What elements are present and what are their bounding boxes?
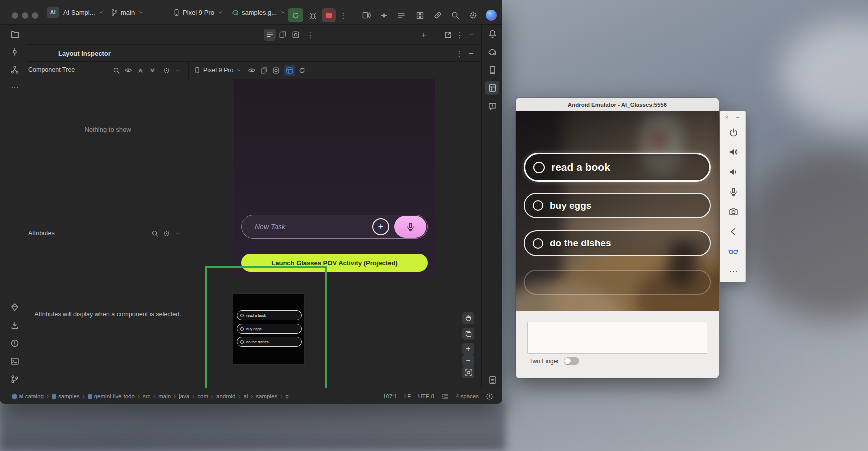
zoom-in-button[interactable]: + (462, 343, 474, 355)
glasses-mode-button[interactable] (726, 244, 741, 259)
gem-tool-button[interactable] (8, 300, 22, 314)
problems-indicator-icon[interactable] (486, 393, 493, 400)
camera-button[interactable] (726, 204, 741, 220)
voice-input-button[interactable] (394, 216, 426, 238)
toolbar-close-icon[interactable]: × (723, 114, 730, 121)
cursor-position[interactable]: 107:1 (383, 394, 397, 400)
layout-inspector-tool-button[interactable] (485, 81, 499, 95)
live-updates-icon[interactable] (284, 65, 295, 76)
pan-hand-icon[interactable] (462, 312, 474, 324)
notifications-bell-icon[interactable] (485, 27, 499, 41)
terminal-tool-button[interactable] (8, 354, 22, 368)
add-device-button[interactable]: + (419, 29, 429, 41)
screenshot-icon[interactable] (271, 66, 281, 76)
tree-settings-gear-icon[interactable] (161, 66, 171, 76)
breadcrumb-item[interactable]: android (216, 394, 235, 400)
two-finger-toggle[interactable] (564, 358, 579, 365)
rerun-button[interactable] (288, 8, 303, 22)
gemini-sparkle-icon[interactable] (378, 10, 389, 21)
attach-debugger-icon[interactable] (432, 10, 443, 21)
inspector-device-selector[interactable]: Pixel 9 Pro (194, 65, 242, 76)
layers-icon[interactable] (462, 328, 474, 340)
profile-avatar[interactable] (486, 10, 497, 21)
inspector-hide-button[interactable]: − (466, 48, 476, 60)
problems-tool-button[interactable] (8, 336, 22, 350)
device-mirroring-icon[interactable] (361, 10, 372, 21)
window-minimize-button[interactable] (22, 12, 28, 19)
snapshot-compare-icon[interactable] (259, 66, 269, 76)
indent-guide-icon[interactable] (441, 393, 449, 400)
toolbar-minimize-icon[interactable]: − (734, 114, 741, 121)
add-task-button[interactable]: + (372, 218, 389, 236)
device-view-icon[interactable] (290, 29, 302, 41)
volume-up-button[interactable] (726, 144, 741, 160)
back-button[interactable] (726, 224, 741, 240)
run-more-menu[interactable]: ⋮ (338, 8, 349, 22)
file-encoding[interactable]: UTF-8 (418, 394, 434, 400)
version-control-tool-button[interactable] (8, 372, 22, 386)
search-everywhere-icon[interactable] (450, 10, 461, 21)
device-explorer-tool-button[interactable] (485, 373, 499, 387)
toggle-overlay-eye-icon[interactable] (247, 66, 257, 76)
attributes-hide-button[interactable]: − (173, 228, 183, 240)
editor-more-menu[interactable]: ⋮ (305, 29, 315, 41)
dependencies-tool-button[interactable] (8, 318, 22, 332)
collapse-all-icon[interactable] (147, 66, 157, 76)
power-button[interactable] (726, 125, 741, 140)
open-in-new-window-icon[interactable] (442, 30, 453, 40)
project-tool-button[interactable] (8, 28, 22, 42)
run-configuration-selector[interactable]: samples.g... (232, 6, 286, 18)
attributes-search-icon[interactable] (150, 228, 160, 238)
more-options-button[interactable]: ⋯ (726, 264, 741, 279)
breadcrumb-item[interactable]: g (285, 394, 288, 400)
hide-panel-button[interactable]: − (466, 29, 476, 41)
breadcrumb-item[interactable]: samples (52, 394, 80, 400)
device-selector[interactable]: Pixel 9 Pro (173, 6, 223, 18)
app-inspection-icon[interactable] (414, 10, 425, 21)
new-task-field[interactable]: New Task + (241, 215, 428, 239)
gradle-tool-button[interactable] (485, 45, 499, 59)
app-insights-tool-button[interactable] (485, 100, 499, 114)
tree-visibility-icon[interactable] (123, 66, 133, 76)
breadcrumb-item[interactable]: ai (243, 394, 248, 400)
device-manager-tool-button[interactable] (485, 63, 499, 77)
todo-pill[interactable]: do the dishes (524, 230, 711, 256)
split-view-icon[interactable] (277, 29, 289, 41)
window-close-button[interactable] (12, 12, 18, 19)
branch-selector[interactable]: main (111, 6, 144, 18)
more-tool-windows-button[interactable]: ⋯ (8, 81, 22, 95)
project-selector[interactable]: AI AI Sampl... (47, 6, 104, 18)
emulator-input-area[interactable] (527, 322, 707, 354)
indent-size[interactable]: 4 spaces (456, 394, 479, 400)
emulator-titlebar[interactable]: Android Emulator - AI_Glasses:5556 (516, 98, 719, 112)
inspector-more-menu[interactable]: ⋮ (454, 48, 464, 60)
microphone-button[interactable] (726, 184, 741, 200)
breadcrumb-item[interactable]: java (179, 394, 189, 400)
tree-search-icon[interactable] (111, 66, 121, 76)
window-zoom-button[interactable] (32, 12, 38, 19)
todo-pill-selected[interactable]: read a book (524, 153, 711, 182)
devices-more-menu[interactable]: ⋮ (455, 29, 465, 41)
debug-button[interactable] (306, 8, 320, 22)
settings-gear-icon[interactable] (468, 10, 479, 21)
line-ending[interactable]: LF (404, 394, 411, 400)
zoom-out-button[interactable]: − (462, 355, 474, 367)
todo-pill[interactable]: buy eggs (524, 193, 711, 218)
attributes-gear-icon[interactable] (161, 228, 171, 238)
expand-all-icon[interactable] (135, 66, 145, 76)
breadcrumb-item[interactable]: ai-catalog (12, 394, 44, 400)
stop-button[interactable] (322, 8, 336, 22)
logcat-icon[interactable] (396, 10, 407, 21)
zoom-to-fit-icon[interactable] (462, 366, 474, 378)
commit-tool-button[interactable] (8, 45, 22, 59)
refresh-icon[interactable] (297, 66, 307, 76)
breadcrumb-item[interactable]: gemini-live-todo (88, 394, 135, 400)
breadcrumb-item[interactable]: src (143, 394, 150, 400)
volume-down-button[interactable] (726, 164, 741, 180)
breadcrumb-item[interactable]: com (197, 394, 208, 400)
breadcrumb-item[interactable]: samples (256, 394, 277, 400)
list-view-icon[interactable] (264, 29, 276, 41)
tree-hide-button[interactable]: − (173, 64, 183, 76)
structure-tool-button[interactable] (8, 63, 22, 77)
breadcrumb-item[interactable]: main (158, 394, 171, 400)
